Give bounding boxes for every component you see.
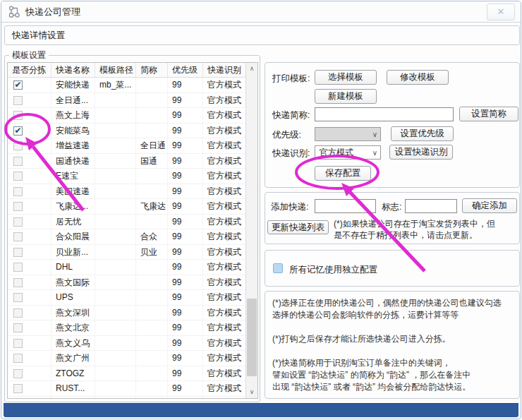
scroll-down-icon[interactable]: ∨ bbox=[246, 386, 257, 398]
table-row[interactable]: 燕文北京 99 官方模式 bbox=[8, 320, 257, 336]
table-row[interactable]: 美国速递 99 官方模式 bbox=[8, 184, 257, 200]
sort-checkbox[interactable] bbox=[13, 308, 23, 318]
table-row[interactable]: 燕文深圳 99 官方模式 bbox=[8, 306, 257, 321]
courier-abbr: 飞康达 bbox=[136, 199, 168, 214]
template-path bbox=[95, 260, 136, 275]
sort-checkbox[interactable] bbox=[13, 217, 23, 227]
confirm-add-button[interactable]: 确定添加 bbox=[462, 198, 517, 213]
courier-priority: 99 bbox=[168, 124, 203, 138]
sort-checkbox[interactable] bbox=[13, 157, 23, 166]
courier-mode: 官方模式 bbox=[203, 184, 247, 199]
sort-checkbox[interactable] bbox=[13, 187, 23, 196]
col-abbr[interactable]: 简称 bbox=[136, 63, 168, 77]
courier-priority: 99 bbox=[168, 184, 203, 199]
set-abbr-button[interactable]: 设置简称 bbox=[459, 107, 518, 121]
table-row[interactable]: 合众阳晨 合众 99 官方模式 bbox=[8, 229, 257, 245]
save-config-button[interactable]: 保存配置 bbox=[315, 166, 371, 181]
courier-mode: 官方模式 bbox=[203, 275, 247, 290]
template-path bbox=[95, 275, 136, 290]
sort-checkbox[interactable] bbox=[13, 263, 23, 272]
select-template-button[interactable]: 选择模板 bbox=[315, 70, 377, 85]
sort-checkbox[interactable] bbox=[13, 141, 23, 150]
update-note: (*)如果快递公司存在于淘宝发货列表中，但 是不存在于精打列表中，请击点更新。 bbox=[334, 218, 517, 241]
table-row[interactable]: UPS 99 官方模式 bbox=[8, 290, 257, 306]
sort-checkbox[interactable] bbox=[13, 248, 23, 257]
set-recognition-button[interactable]: 设置快递识别 bbox=[389, 145, 453, 160]
col-mode[interactable]: 快递识别 bbox=[203, 63, 247, 77]
abbr-input[interactable] bbox=[315, 107, 454, 121]
sort-checkbox[interactable] bbox=[13, 354, 23, 363]
courier-name: 燕文义乌 bbox=[51, 336, 95, 351]
table-row[interactable]: ✔ 安能菜鸟 99 官方模式 bbox=[8, 124, 257, 139]
sort-checkbox[interactable] bbox=[13, 384, 23, 393]
table-row[interactable]: RUST... 99 官方模式 bbox=[8, 381, 257, 397]
close-icon[interactable]: ✕ bbox=[487, 4, 515, 20]
courier-abbr bbox=[136, 366, 168, 381]
table-row[interactable]: E速宝 99 官方模式 bbox=[8, 169, 257, 184]
sort-checkbox[interactable] bbox=[13, 96, 23, 105]
sort-checkbox[interactable] bbox=[13, 323, 23, 332]
sort-checkbox[interactable]: ✔ bbox=[13, 80, 23, 90]
table-row[interactable]: 居无忧 99 官方模式 bbox=[8, 215, 257, 230]
courier-priority: 99 bbox=[168, 306, 203, 320]
table-row[interactable]: 国通快递 国通 99 官方模式 bbox=[8, 154, 257, 169]
table-row[interactable]: 增益速递 全日通 99 官方模式 bbox=[8, 138, 257, 154]
sort-checkbox[interactable] bbox=[13, 172, 23, 181]
col-sort[interactable]: 是否分拣 bbox=[8, 63, 51, 77]
table-header: 是否分拣 快递名称 模板路径 简称 优先级 快递识别 bbox=[8, 63, 257, 78]
priority-select[interactable]: ∨ bbox=[315, 127, 381, 141]
courier-name: 燕文北京 bbox=[51, 320, 95, 335]
independent-config-label: 所有记忆使用独立配置 bbox=[289, 264, 377, 276]
update-list-button[interactable]: 更新快递列表 bbox=[267, 220, 329, 234]
template-settings-group: 模板设置 是否分拣 快递名称 模板路径 简称 优先级 快递识别 ✔ 安能快递 m… bbox=[4, 55, 260, 402]
sort-checkbox[interactable]: ✔ bbox=[13, 126, 23, 136]
table-row[interactable]: 飞康达... 飞康达 99 官方模式 bbox=[8, 199, 257, 215]
sort-checkbox[interactable] bbox=[13, 278, 23, 287]
new-template-button[interactable]: 新建模板 bbox=[315, 89, 377, 104]
table-row[interactable]: ZTOGZ 99 官方模式 bbox=[8, 366, 257, 382]
modify-template-button[interactable]: 修改模板 bbox=[387, 70, 449, 85]
col-path[interactable]: 模板路径 bbox=[95, 63, 136, 77]
col-priority[interactable]: 优先级 bbox=[168, 63, 203, 77]
sort-checkbox[interactable] bbox=[13, 111, 23, 120]
table-row[interactable]: 燕文国际 99 官方模式 bbox=[8, 275, 257, 291]
col-name[interactable]: 快递名称 bbox=[51, 63, 95, 77]
courier-mode: 官方模式 bbox=[203, 336, 247, 351]
courier-name: 燕文国际 bbox=[51, 275, 95, 290]
table-row[interactable]: ZTOSH 99 官方模式 bbox=[8, 397, 257, 400]
add-courier-input[interactable] bbox=[315, 199, 376, 213]
independent-config-checkbox[interactable] bbox=[273, 263, 283, 273]
courier-mode: 官方模式 bbox=[203, 199, 247, 214]
table-row[interactable]: 燕文义乌 99 官方模式 bbox=[8, 336, 257, 352]
table-row[interactable]: 燕文广州 99 官方模式 bbox=[8, 351, 257, 366]
table-row[interactable]: DHL 99 官方模式 bbox=[8, 260, 257, 275]
sort-checkbox[interactable] bbox=[13, 339, 23, 348]
flag-input[interactable] bbox=[405, 199, 457, 213]
scrollbar-thumb[interactable] bbox=[247, 299, 257, 376]
table-row[interactable]: 燕文上海 99 官方模式 bbox=[8, 108, 257, 124]
sort-checkbox[interactable] bbox=[13, 369, 23, 378]
courier-name: RUST... bbox=[51, 381, 95, 396]
set-priority-button[interactable]: 设置优先级 bbox=[391, 126, 454, 141]
courier-mode: 官方模式 bbox=[203, 215, 247, 229]
details-panel-title: 快递详情设置 bbox=[12, 26, 519, 44]
table-row[interactable]: 贝业新... 贝业 99 官方模式 bbox=[8, 245, 257, 260]
sort-checkbox[interactable] bbox=[13, 293, 23, 302]
table-row[interactable]: 全日通... 99 官方模式 bbox=[8, 93, 257, 109]
table-scrollbar[interactable]: ∧ ∨ bbox=[245, 63, 257, 398]
recognition-select[interactable]: 官方模式 ∨ bbox=[315, 145, 381, 160]
courier-mode: 官方模式 bbox=[203, 260, 247, 275]
template-path bbox=[95, 93, 136, 108]
courier-priority: 99 bbox=[168, 78, 203, 92]
template-config-box: 打印模板: 选择模板 修改模板 新建模板 快递简称: 设置简称 优先级: ∨ 设… bbox=[265, 62, 520, 188]
table-row[interactable]: ✔ 安能快递 mb_菜... 99 官方模式 bbox=[8, 78, 257, 93]
courier-abbr bbox=[136, 169, 168, 184]
courier-priority: 99 bbox=[168, 93, 203, 108]
courier-table: 是否分拣 快递名称 模板路径 简称 优先级 快递识别 ✔ 安能快递 mb_菜..… bbox=[7, 62, 258, 399]
template-path bbox=[95, 124, 136, 138]
scroll-up-icon[interactable]: ∧ bbox=[246, 63, 257, 75]
sort-checkbox[interactable] bbox=[13, 232, 23, 241]
courier-name: ZTOGZ bbox=[51, 366, 95, 381]
sort-checkbox[interactable] bbox=[13, 202, 23, 211]
note-paragraph: (*)快递简称用于识别淘宝订单备注中的关键词，譬如设置 “韵达快运” 的简称为 … bbox=[272, 357, 512, 393]
